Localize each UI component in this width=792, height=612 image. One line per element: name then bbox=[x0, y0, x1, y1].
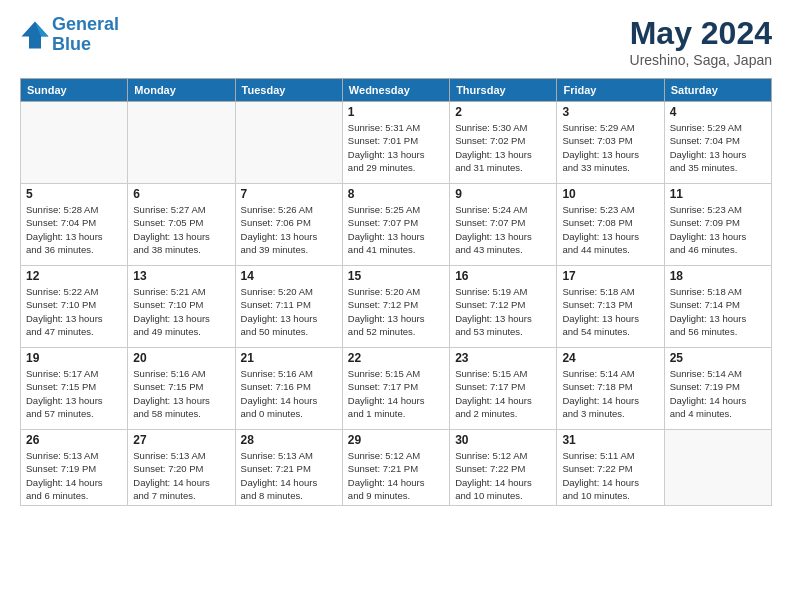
calendar-cell: 2Sunrise: 5:30 AMSunset: 7:02 PMDaylight… bbox=[450, 102, 557, 184]
day-info: Sunrise: 5:28 AMSunset: 7:04 PMDaylight:… bbox=[26, 203, 122, 256]
calendar-cell: 28Sunrise: 5:13 AMSunset: 7:21 PMDayligh… bbox=[235, 430, 342, 506]
day-number: 17 bbox=[562, 269, 658, 283]
day-number: 1 bbox=[348, 105, 444, 119]
col-wednesday: Wednesday bbox=[342, 79, 449, 102]
day-info: Sunrise: 5:14 AMSunset: 7:18 PMDaylight:… bbox=[562, 367, 658, 420]
logo-line2: Blue bbox=[52, 34, 91, 54]
logo-line1: General bbox=[52, 14, 119, 34]
day-info: Sunrise: 5:18 AMSunset: 7:13 PMDaylight:… bbox=[562, 285, 658, 338]
day-number: 29 bbox=[348, 433, 444, 447]
calendar: Sunday Monday Tuesday Wednesday Thursday… bbox=[20, 78, 772, 506]
day-number: 13 bbox=[133, 269, 229, 283]
calendar-cell: 10Sunrise: 5:23 AMSunset: 7:08 PMDayligh… bbox=[557, 184, 664, 266]
calendar-cell bbox=[21, 102, 128, 184]
col-monday: Monday bbox=[128, 79, 235, 102]
day-number: 21 bbox=[241, 351, 337, 365]
day-number: 9 bbox=[455, 187, 551, 201]
calendar-week-1: 5Sunrise: 5:28 AMSunset: 7:04 PMDaylight… bbox=[21, 184, 772, 266]
day-number: 26 bbox=[26, 433, 122, 447]
calendar-cell: 30Sunrise: 5:12 AMSunset: 7:22 PMDayligh… bbox=[450, 430, 557, 506]
day-info: Sunrise: 5:31 AMSunset: 7:01 PMDaylight:… bbox=[348, 121, 444, 174]
calendar-week-0: 1Sunrise: 5:31 AMSunset: 7:01 PMDaylight… bbox=[21, 102, 772, 184]
calendar-cell: 12Sunrise: 5:22 AMSunset: 7:10 PMDayligh… bbox=[21, 266, 128, 348]
day-number: 27 bbox=[133, 433, 229, 447]
day-info: Sunrise: 5:21 AMSunset: 7:10 PMDaylight:… bbox=[133, 285, 229, 338]
day-number: 14 bbox=[241, 269, 337, 283]
calendar-cell: 7Sunrise: 5:26 AMSunset: 7:06 PMDaylight… bbox=[235, 184, 342, 266]
day-number: 23 bbox=[455, 351, 551, 365]
calendar-cell: 21Sunrise: 5:16 AMSunset: 7:16 PMDayligh… bbox=[235, 348, 342, 430]
calendar-week-4: 26Sunrise: 5:13 AMSunset: 7:19 PMDayligh… bbox=[21, 430, 772, 506]
calendar-cell: 13Sunrise: 5:21 AMSunset: 7:10 PMDayligh… bbox=[128, 266, 235, 348]
calendar-cell: 26Sunrise: 5:13 AMSunset: 7:19 PMDayligh… bbox=[21, 430, 128, 506]
calendar-cell: 8Sunrise: 5:25 AMSunset: 7:07 PMDaylight… bbox=[342, 184, 449, 266]
day-info: Sunrise: 5:13 AMSunset: 7:20 PMDaylight:… bbox=[133, 449, 229, 502]
day-info: Sunrise: 5:14 AMSunset: 7:19 PMDaylight:… bbox=[670, 367, 766, 420]
calendar-cell: 18Sunrise: 5:18 AMSunset: 7:14 PMDayligh… bbox=[664, 266, 771, 348]
day-number: 7 bbox=[241, 187, 337, 201]
day-number: 30 bbox=[455, 433, 551, 447]
day-number: 6 bbox=[133, 187, 229, 201]
day-number: 4 bbox=[670, 105, 766, 119]
title-area: May 2024 Ureshino, Saga, Japan bbox=[630, 15, 772, 68]
calendar-cell: 17Sunrise: 5:18 AMSunset: 7:13 PMDayligh… bbox=[557, 266, 664, 348]
day-info: Sunrise: 5:15 AMSunset: 7:17 PMDaylight:… bbox=[455, 367, 551, 420]
day-info: Sunrise: 5:11 AMSunset: 7:22 PMDaylight:… bbox=[562, 449, 658, 502]
day-number: 5 bbox=[26, 187, 122, 201]
calendar-cell: 15Sunrise: 5:20 AMSunset: 7:12 PMDayligh… bbox=[342, 266, 449, 348]
day-number: 10 bbox=[562, 187, 658, 201]
header: General Blue May 2024 Ureshino, Saga, Ja… bbox=[20, 15, 772, 68]
day-info: Sunrise: 5:29 AMSunset: 7:03 PMDaylight:… bbox=[562, 121, 658, 174]
day-info: Sunrise: 5:20 AMSunset: 7:12 PMDaylight:… bbox=[348, 285, 444, 338]
day-number: 31 bbox=[562, 433, 658, 447]
day-info: Sunrise: 5:13 AMSunset: 7:21 PMDaylight:… bbox=[241, 449, 337, 502]
calendar-cell: 4Sunrise: 5:29 AMSunset: 7:04 PMDaylight… bbox=[664, 102, 771, 184]
day-info: Sunrise: 5:15 AMSunset: 7:17 PMDaylight:… bbox=[348, 367, 444, 420]
calendar-header-row: Sunday Monday Tuesday Wednesday Thursday… bbox=[21, 79, 772, 102]
day-info: Sunrise: 5:24 AMSunset: 7:07 PMDaylight:… bbox=[455, 203, 551, 256]
day-number: 2 bbox=[455, 105, 551, 119]
day-number: 22 bbox=[348, 351, 444, 365]
calendar-cell: 31Sunrise: 5:11 AMSunset: 7:22 PMDayligh… bbox=[557, 430, 664, 506]
day-info: Sunrise: 5:12 AMSunset: 7:21 PMDaylight:… bbox=[348, 449, 444, 502]
calendar-cell: 22Sunrise: 5:15 AMSunset: 7:17 PMDayligh… bbox=[342, 348, 449, 430]
calendar-cell: 14Sunrise: 5:20 AMSunset: 7:11 PMDayligh… bbox=[235, 266, 342, 348]
calendar-cell: 9Sunrise: 5:24 AMSunset: 7:07 PMDaylight… bbox=[450, 184, 557, 266]
day-number: 16 bbox=[455, 269, 551, 283]
calendar-cell: 3Sunrise: 5:29 AMSunset: 7:03 PMDaylight… bbox=[557, 102, 664, 184]
day-number: 15 bbox=[348, 269, 444, 283]
day-info: Sunrise: 5:23 AMSunset: 7:08 PMDaylight:… bbox=[562, 203, 658, 256]
day-info: Sunrise: 5:20 AMSunset: 7:11 PMDaylight:… bbox=[241, 285, 337, 338]
logo: General Blue bbox=[20, 15, 119, 55]
calendar-cell: 6Sunrise: 5:27 AMSunset: 7:05 PMDaylight… bbox=[128, 184, 235, 266]
col-friday: Friday bbox=[557, 79, 664, 102]
location: Ureshino, Saga, Japan bbox=[630, 52, 772, 68]
calendar-cell: 29Sunrise: 5:12 AMSunset: 7:21 PMDayligh… bbox=[342, 430, 449, 506]
day-number: 24 bbox=[562, 351, 658, 365]
logo-icon bbox=[20, 20, 50, 50]
page: General Blue May 2024 Ureshino, Saga, Ja… bbox=[0, 0, 792, 612]
day-info: Sunrise: 5:13 AMSunset: 7:19 PMDaylight:… bbox=[26, 449, 122, 502]
day-info: Sunrise: 5:25 AMSunset: 7:07 PMDaylight:… bbox=[348, 203, 444, 256]
day-number: 3 bbox=[562, 105, 658, 119]
calendar-cell: 11Sunrise: 5:23 AMSunset: 7:09 PMDayligh… bbox=[664, 184, 771, 266]
calendar-cell: 5Sunrise: 5:28 AMSunset: 7:04 PMDaylight… bbox=[21, 184, 128, 266]
day-number: 28 bbox=[241, 433, 337, 447]
col-saturday: Saturday bbox=[664, 79, 771, 102]
day-number: 12 bbox=[26, 269, 122, 283]
calendar-cell bbox=[664, 430, 771, 506]
calendar-cell bbox=[128, 102, 235, 184]
calendar-cell: 27Sunrise: 5:13 AMSunset: 7:20 PMDayligh… bbox=[128, 430, 235, 506]
calendar-cell: 25Sunrise: 5:14 AMSunset: 7:19 PMDayligh… bbox=[664, 348, 771, 430]
day-number: 11 bbox=[670, 187, 766, 201]
day-info: Sunrise: 5:23 AMSunset: 7:09 PMDaylight:… bbox=[670, 203, 766, 256]
day-number: 8 bbox=[348, 187, 444, 201]
logo-text: General Blue bbox=[52, 15, 119, 55]
day-info: Sunrise: 5:22 AMSunset: 7:10 PMDaylight:… bbox=[26, 285, 122, 338]
day-info: Sunrise: 5:19 AMSunset: 7:12 PMDaylight:… bbox=[455, 285, 551, 338]
day-number: 25 bbox=[670, 351, 766, 365]
day-info: Sunrise: 5:27 AMSunset: 7:05 PMDaylight:… bbox=[133, 203, 229, 256]
day-info: Sunrise: 5:18 AMSunset: 7:14 PMDaylight:… bbox=[670, 285, 766, 338]
day-info: Sunrise: 5:17 AMSunset: 7:15 PMDaylight:… bbox=[26, 367, 122, 420]
day-number: 18 bbox=[670, 269, 766, 283]
